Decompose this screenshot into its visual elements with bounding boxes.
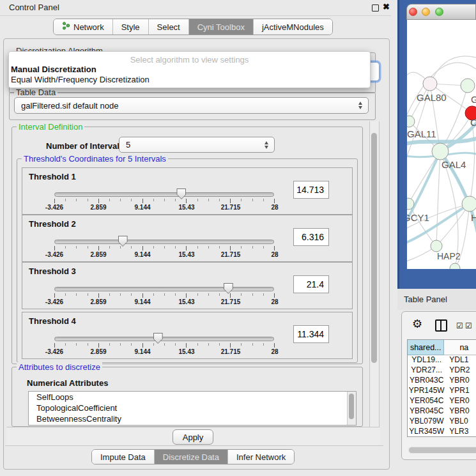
gear-icon[interactable]: ⚙ <box>412 317 422 330</box>
node-label-gal80: GAL80 <box>417 92 447 103</box>
threshold-3-label: Threshold 3 <box>29 266 76 276</box>
table-row[interactable]: YDL19...YDL1 <box>408 355 476 365</box>
table-horizontal-scrollbar[interactable] <box>408 447 476 454</box>
node-label-h: H <box>471 212 476 223</box>
node-label-g: G <box>471 94 476 105</box>
mac-close-button[interactable] <box>409 8 417 16</box>
table-header-row: shared... na <box>408 340 476 355</box>
threshold-1-label: Threshold 1 <box>29 172 76 181</box>
settings-scrollbar-thumb[interactable] <box>371 133 377 363</box>
table-panel-header: Table Panel <box>397 289 476 310</box>
table-data-value: galFiltered.sif default node <box>21 101 118 111</box>
list-item[interactable]: SelfLoops <box>29 392 356 403</box>
node-hap2[interactable] <box>431 240 442 252</box>
threshold-2-label: Threshold 2 <box>29 219 76 229</box>
screen: Control Panel ✖ Network Style Select Cyn… <box>0 0 476 476</box>
tab-infer-network[interactable]: Infer Network <box>228 450 294 464</box>
apply-button[interactable]: Apply <box>173 429 213 445</box>
node-g[interactable] <box>461 79 475 93</box>
number-of-intervals-combobox[interactable]: 5 <box>119 137 275 153</box>
slider-track[interactable] <box>54 287 274 291</box>
table-row[interactable]: YLR345WYLR3 <box>408 427 476 437</box>
attributes-group-label: Attributes to discretize <box>17 362 102 372</box>
slider-track[interactable] <box>54 192 274 197</box>
table-row[interactable]: YBR045CYBR0 <box>408 406 476 417</box>
threshold-3-panel: Threshold 3 -3.426 2.859 9.144 15.43 21.… <box>22 262 353 309</box>
table-row[interactable]: YPR145WYPR1 <box>408 386 476 396</box>
mac-minimize-button[interactable] <box>422 8 430 16</box>
slider-thumb[interactable] <box>118 236 128 247</box>
cyni-bottom-tabbar: Impute Data Discretize Data Infer Networ… <box>91 449 295 464</box>
mac-zoom-button[interactable] <box>435 8 443 16</box>
checkbox-icon[interactable]: ☑ <box>465 321 472 330</box>
threshold-1-value-input[interactable] <box>293 181 329 199</box>
table-row[interactable]: YBR043CYBR0 <box>408 376 476 386</box>
tab-network[interactable]: Network <box>54 19 113 35</box>
node-label-gcy1: GCY1 <box>407 212 429 223</box>
divider <box>5 445 383 446</box>
slider-thumb[interactable] <box>176 188 186 199</box>
threshold-coordinates-label: Threshold's Coordinates for 5 Intervals <box>22 154 168 164</box>
float-window-icon[interactable] <box>372 4 379 12</box>
popup-option-manual-discretization[interactable]: Manual Discretization <box>9 65 370 75</box>
threshold-4-panel: Threshold 4 -3.426 2.859 9.144 15.43 21.… <box>22 312 353 359</box>
node-label-gal11: GAL11 <box>407 128 436 139</box>
popup-option-equal-width-frequency[interactable]: Equal Width/Frequency Discretization <box>9 75 370 85</box>
interval-definition-label: Interval Definition <box>17 122 84 132</box>
node-partial[interactable] <box>450 263 460 269</box>
attributes-list-scrollbar[interactable] <box>347 392 356 425</box>
threshold-2-value-input[interactable] <box>293 228 329 246</box>
slider-track[interactable] <box>54 337 274 341</box>
numerical-attributes-list[interactable]: SelfLoops TopologicalCoefficient Between… <box>28 391 357 426</box>
checkbox-icon[interactable]: ☑ <box>456 321 463 330</box>
tab-cyni-toolbox[interactable]: Cyni Toolbox <box>189 19 254 35</box>
node-gal4[interactable] <box>432 143 449 160</box>
tab-discretize-data[interactable]: Discretize Data <box>155 450 228 464</box>
table-row[interactable]: YBL079WYBL0 <box>408 417 476 427</box>
scrollbar-thumb[interactable] <box>349 394 354 419</box>
number-of-intervals-label: Number of Intervals <box>46 141 124 151</box>
close-icon[interactable]: ✖ <box>383 2 390 12</box>
list-item[interactable]: BetweennessCentrality <box>29 413 356 424</box>
network-canvas[interactable]: GAL80 G C GAL11 GAL4 GCY1 H HAP2 <box>407 20 476 269</box>
slider-major-ticks <box>54 343 275 348</box>
threshold-1-panel: Threshold 1 -3.426 2.859 9.144 15.43 21.… <box>22 167 353 215</box>
threshold-4-label: Threshold 4 <box>29 316 76 326</box>
node-label-gal4: GAL4 <box>441 159 466 170</box>
scrollbar-thumb[interactable] <box>409 447 476 453</box>
tab-impute-data[interactable]: Impute Data <box>92 450 155 464</box>
table-panel-window: ⚙ ☑ ☑ shared... na YDL19...YDL1 YDR27...… <box>401 311 476 460</box>
table-data-combobox[interactable]: galFiltered.sif default node <box>14 97 369 114</box>
node-gal80[interactable] <box>423 77 437 91</box>
node-label-hap2: HAP2 <box>437 251 461 261</box>
settings-vertical-scrollbar[interactable] <box>369 121 380 427</box>
network-highlight-edges <box>407 121 476 245</box>
network-icon <box>62 22 70 32</box>
split-columns-icon[interactable] <box>435 319 447 332</box>
node-attribute-table[interactable]: shared... na YDL19...YDL1 YDR27...YDR2 Y… <box>407 339 476 437</box>
algorithm-popup: Select algorithm to view settings Manual… <box>8 51 371 88</box>
node-h[interactable] <box>462 196 476 211</box>
column-header-name[interactable]: na <box>444 340 476 355</box>
table-panel-title: Table Panel <box>404 295 447 304</box>
control-panel-titlebar: Control Panel ✖ <box>0 0 391 16</box>
column-header-shared-name[interactable]: shared... <box>408 340 444 355</box>
tab-jactivemnodules[interactable]: jActiveMNodules <box>254 19 332 35</box>
table-row[interactable]: YDR27...YDR2 <box>408 365 476 376</box>
algorithm-popup-hint: Select algorithm to view settings <box>9 55 370 65</box>
spinner-arrows-icon <box>265 141 268 149</box>
tab-select[interactable]: Select <box>149 19 189 35</box>
slider-track[interactable] <box>54 240 274 244</box>
threshold-4-value-input[interactable] <box>293 325 329 343</box>
number-of-intervals-value: 5 <box>126 140 130 150</box>
node-label-c: C <box>470 117 476 128</box>
slider-scale: -3.426 2.859 9.144 15.43 21.715 28 <box>54 204 275 211</box>
tab-style[interactable]: Style <box>113 19 149 35</box>
list-item[interactable]: TopologicalCoefficient <box>29 403 356 413</box>
slider-thumb[interactable] <box>224 283 233 294</box>
slider-major-ticks <box>54 246 275 250</box>
slider-thumb[interactable] <box>153 333 163 344</box>
table-data-label: Table Data <box>14 88 58 97</box>
threshold-3-value-input[interactable] <box>293 275 329 293</box>
table-row[interactable]: YER054CYER0 <box>408 396 476 406</box>
